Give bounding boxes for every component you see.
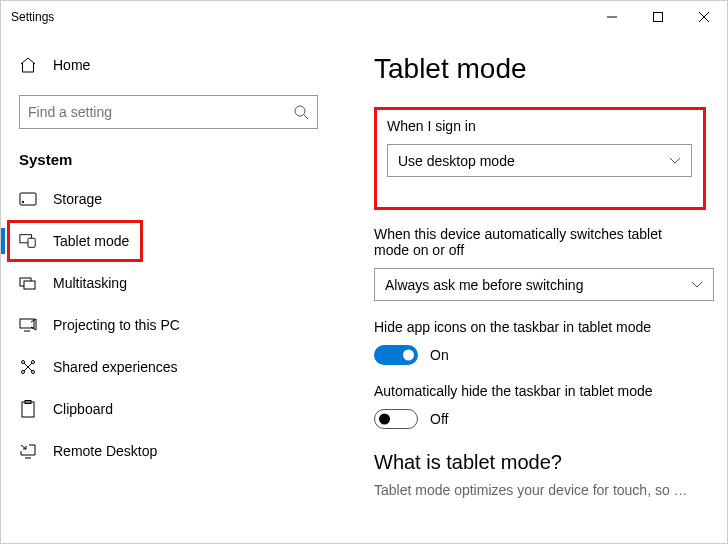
toggle-state: Off (430, 411, 448, 427)
svg-rect-12 (20, 319, 34, 328)
svg-rect-11 (24, 281, 35, 289)
maximize-button[interactable] (635, 1, 681, 33)
titlebar-controls (589, 1, 727, 33)
minimize-button[interactable] (589, 1, 635, 33)
multitasking-icon (19, 274, 37, 292)
whatis-body: Tablet mode optimizes your device for to… (374, 482, 693, 498)
svg-rect-6 (20, 193, 36, 205)
svg-point-7 (22, 201, 24, 203)
chevron-down-icon (669, 157, 681, 165)
hidetaskbar-toggle[interactable] (374, 409, 418, 429)
select-value: Use desktop mode (398, 153, 515, 169)
storage-icon (19, 190, 37, 208)
sidebar-item-label: Projecting to this PC (53, 317, 180, 333)
home-label: Home (53, 57, 90, 73)
projecting-icon (19, 316, 37, 334)
sidebar-item-storage[interactable]: Storage (1, 178, 336, 220)
home-nav[interactable]: Home (1, 45, 336, 85)
sidebar-item-projecting[interactable]: Projecting to this PC (1, 304, 336, 346)
signin-label: When I sign in (387, 118, 693, 134)
chevron-down-icon (691, 281, 703, 289)
home-icon (19, 56, 37, 74)
search-field[interactable] (28, 104, 294, 120)
remote-desktop-icon (19, 442, 37, 460)
section-title: System (19, 151, 336, 168)
sidebar-item-label: Remote Desktop (53, 443, 157, 459)
toggle-state: On (430, 347, 449, 363)
hideicons-toggle[interactable] (374, 345, 418, 365)
sidebar-item-clipboard[interactable]: Clipboard (1, 388, 336, 430)
signin-select[interactable]: Use desktop mode (387, 144, 692, 177)
search-icon (294, 105, 309, 120)
autoswitch-select[interactable]: Always ask me before switching (374, 268, 714, 301)
highlight-annotation (7, 220, 143, 262)
highlight-annotation: When I sign in Use desktop mode (374, 107, 706, 210)
sidebar-item-label: Shared experiences (53, 359, 178, 375)
window-title: Settings (11, 10, 54, 24)
select-value: Always ask me before switching (385, 277, 583, 293)
sidebar: Home System Storage Tablet mo (1, 33, 336, 543)
sidebar-item-label: Clipboard (53, 401, 113, 417)
shared-icon (19, 358, 37, 376)
hidetaskbar-label: Automatically hide the taskbar in tablet… (374, 383, 693, 399)
main-content: Tablet mode When I sign in Use desktop m… (336, 33, 727, 543)
clipboard-icon (19, 400, 37, 418)
sidebar-item-shared-experiences[interactable]: Shared experiences (1, 346, 336, 388)
autoswitch-label: When this device automatically switches … (374, 226, 693, 258)
svg-rect-1 (654, 13, 663, 22)
search-input[interactable] (19, 95, 318, 129)
svg-line-5 (304, 115, 308, 119)
close-button[interactable] (681, 1, 727, 33)
hideicons-label: Hide app icons on the taskbar in tablet … (374, 319, 693, 335)
page-title: Tablet mode (374, 53, 693, 85)
sidebar-item-remote-desktop[interactable]: Remote Desktop (1, 430, 336, 472)
sidebar-item-label: Storage (53, 191, 102, 207)
whatis-heading: What is tablet mode? (374, 451, 693, 474)
svg-point-4 (295, 106, 305, 116)
svg-rect-20 (22, 402, 34, 417)
sidebar-item-label: Multitasking (53, 275, 127, 291)
sidebar-item-multitasking[interactable]: Multitasking (1, 262, 336, 304)
